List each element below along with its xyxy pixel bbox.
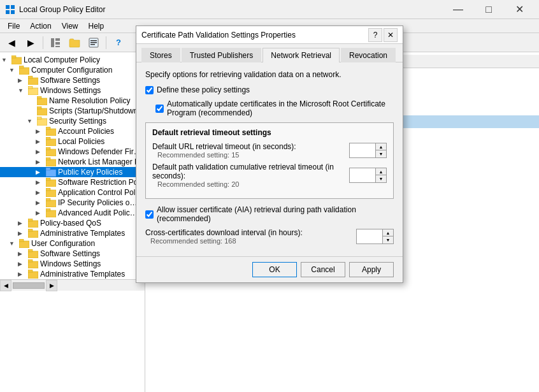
tab-revocation[interactable]: Revocation	[341, 48, 396, 62]
allow-issuer-row: Allow issuer certificate (AIA) retrieval…	[145, 205, 394, 223]
auto-update-checkbox[interactable]	[155, 105, 164, 113]
define-policy-checkbox[interactable]	[145, 86, 154, 94]
cross-cert-input[interactable]: 168	[357, 229, 382, 243]
define-policy-label: Define these policy settings	[157, 85, 250, 94]
dialog-tabs: Stores Trusted Publishers Network Retrie…	[136, 44, 403, 62]
path-timeout-up[interactable]: ▲	[376, 168, 386, 175]
url-timeout-label: Default URL retrieval timeout (in second…	[152, 142, 349, 151]
url-timeout-spinner-btns: ▲ ▼	[375, 143, 386, 157]
dialog-title-bar: Certificate Path Validation Settings Pro…	[136, 26, 403, 44]
dialog-overlay: Certificate Path Validation Settings Pro…	[0, 0, 539, 392]
group-title: Default retrieval timeout settings	[152, 128, 387, 137]
cancel-button[interactable]: Cancel	[301, 262, 345, 277]
path-timeout-input[interactable]: 20	[350, 168, 375, 182]
cross-cert-label-group: Cross-certificates download interval (in…	[145, 228, 356, 245]
auto-update-row: Automatically update certificates in the…	[155, 99, 394, 117]
path-timeout-spinner: 20 ▲ ▼	[349, 168, 387, 183]
auto-update-label: Automatically update certificates in the…	[167, 99, 394, 117]
allow-issuer-label: Allow issuer certificate (AIA) retrieval…	[157, 205, 394, 223]
tab-network-retrieval[interactable]: Network Retrieval	[262, 48, 340, 62]
tab-trusted-publishers[interactable]: Trusted Publishers	[182, 48, 262, 62]
url-timeout-input[interactable]: 15	[350, 143, 375, 157]
dialog-footer: OK Cancel Apply	[136, 256, 403, 282]
dialog-content: Specify options for retrieving validatio…	[136, 62, 403, 256]
cross-cert-up[interactable]: ▲	[383, 229, 393, 236]
path-timeout-label-group: Default path validation cumulative retri…	[152, 163, 349, 188]
path-timeout-recommend: Recommended setting: 20	[152, 180, 349, 188]
path-timeout-label: Default path validation cumulative retri…	[152, 163, 349, 180]
path-timeout-down[interactable]: ▼	[376, 175, 386, 182]
url-timeout-recommend: Recommended setting: 15	[152, 151, 349, 159]
url-timeout-spinner: 15 ▲ ▼	[349, 143, 387, 158]
cross-cert-spinner-btns: ▲ ▼	[382, 229, 393, 243]
cross-cert-spinner: 168 ▲ ▼	[356, 229, 394, 244]
url-timeout-row: Default URL retrieval timeout (in second…	[152, 142, 387, 159]
url-timeout-down[interactable]: ▼	[376, 150, 386, 157]
cross-cert-label: Cross-certificates download interval (in…	[145, 228, 356, 237]
allow-issuer-checkbox[interactable]	[145, 210, 154, 219]
dialog-title: Certificate Path Validation Settings Pro…	[141, 31, 296, 40]
dialog-description: Specify options for retrieving validatio…	[145, 70, 394, 79]
timeout-group: Default retrieval timeout settings Defau…	[145, 122, 394, 199]
dialog-help-btn[interactable]: ?	[368, 28, 382, 42]
path-timeout-row: Default path validation cumulative retri…	[152, 163, 387, 188]
cross-cert-recommend: Recommended setting: 168	[145, 237, 356, 245]
dialog: Certificate Path Validation Settings Pro…	[136, 25, 403, 283]
apply-button[interactable]: Apply	[349, 262, 394, 277]
url-timeout-label-group: Default URL retrieval timeout (in second…	[152, 142, 349, 159]
dialog-close-btn[interactable]: ✕	[384, 28, 398, 42]
define-policy-row: Define these policy settings	[145, 85, 394, 94]
dialog-controls: ? ✕	[368, 28, 398, 42]
path-timeout-spinner-btns: ▲ ▼	[375, 168, 386, 182]
tab-stores[interactable]: Stores	[141, 48, 180, 62]
cross-cert-row: Cross-certificates download interval (in…	[145, 228, 394, 245]
url-timeout-up[interactable]: ▲	[376, 143, 386, 150]
cross-cert-down[interactable]: ▼	[383, 236, 393, 243]
ok-button[interactable]: OK	[252, 262, 297, 277]
